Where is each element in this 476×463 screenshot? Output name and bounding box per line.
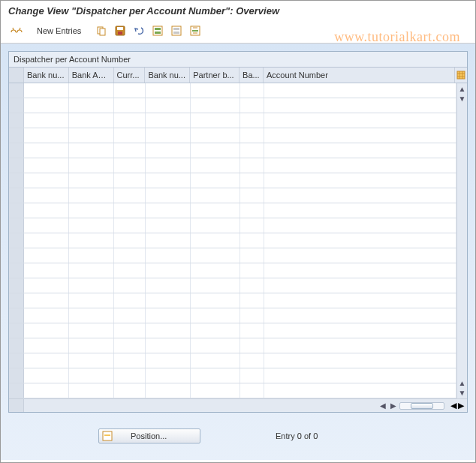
- row-selector[interactable]: [9, 323, 24, 338]
- cell[interactable]: [146, 308, 191, 323]
- cell[interactable]: [191, 308, 240, 323]
- cell[interactable]: [264, 83, 456, 98]
- cell[interactable]: [240, 383, 264, 398]
- cell[interactable]: [114, 308, 146, 323]
- cell[interactable]: [114, 263, 146, 278]
- cell[interactable]: [146, 353, 191, 368]
- cell[interactable]: [69, 113, 114, 128]
- cell[interactable]: [264, 338, 456, 353]
- cell[interactable]: [264, 263, 456, 278]
- cell[interactable]: [24, 128, 69, 143]
- cell[interactable]: [69, 128, 114, 143]
- cell[interactable]: [191, 98, 240, 113]
- row-selector[interactable]: [9, 278, 24, 293]
- table-row[interactable]: [9, 158, 456, 173]
- column-header[interactable]: Account Number: [264, 68, 455, 83]
- cell[interactable]: [240, 338, 264, 353]
- cell[interactable]: [240, 143, 264, 158]
- cell[interactable]: [191, 323, 240, 338]
- cell[interactable]: [24, 308, 69, 323]
- row-selector[interactable]: [9, 143, 24, 158]
- table-row[interactable]: [9, 353, 456, 368]
- cell[interactable]: [146, 128, 191, 143]
- cell[interactable]: [191, 248, 240, 263]
- table-row[interactable]: [9, 278, 456, 293]
- undo-icon[interactable]: [131, 23, 147, 38]
- cell[interactable]: [240, 203, 264, 218]
- cell[interactable]: [191, 338, 240, 353]
- cell[interactable]: [24, 278, 69, 293]
- cell[interactable]: [191, 188, 240, 203]
- cell[interactable]: [114, 248, 146, 263]
- cell[interactable]: [146, 383, 191, 398]
- row-selector[interactable]: [9, 233, 24, 248]
- cell[interactable]: [69, 278, 114, 293]
- cell[interactable]: [240, 353, 264, 368]
- save-icon[interactable]: [112, 23, 128, 38]
- table-settings-icon[interactable]: [455, 68, 467, 83]
- cell[interactable]: [114, 188, 146, 203]
- cell[interactable]: [146, 98, 191, 113]
- cell[interactable]: [114, 293, 146, 308]
- row-selector[interactable]: [9, 338, 24, 353]
- table-row[interactable]: [9, 188, 456, 203]
- row-selector[interactable]: [9, 383, 24, 398]
- cell[interactable]: [191, 173, 240, 188]
- cell[interactable]: [240, 98, 264, 113]
- row-selector[interactable]: [9, 98, 24, 113]
- row-selector[interactable]: [9, 353, 24, 368]
- cell[interactable]: [264, 113, 456, 128]
- table-row[interactable]: [9, 263, 456, 278]
- table-row[interactable]: [9, 98, 456, 113]
- cell[interactable]: [240, 173, 264, 188]
- column-header[interactable]: Bank Acc...: [69, 68, 114, 83]
- row-selector[interactable]: [9, 128, 24, 143]
- glasses-icon[interactable]: [8, 23, 25, 38]
- hscroll-right-group[interactable]: ◀ ▶: [447, 399, 467, 412]
- cell[interactable]: [146, 323, 191, 338]
- cell[interactable]: [69, 203, 114, 218]
- cell[interactable]: [24, 98, 69, 113]
- cell[interactable]: [191, 143, 240, 158]
- cell[interactable]: [146, 338, 191, 353]
- scroll-left-icon[interactable]: ◀: [378, 401, 387, 410]
- scroll-right-icon[interactable]: ▶: [389, 401, 398, 410]
- cell[interactable]: [240, 233, 264, 248]
- cell[interactable]: [114, 278, 146, 293]
- cell[interactable]: [114, 218, 146, 233]
- table-row[interactable]: [9, 143, 456, 158]
- cell[interactable]: [264, 173, 456, 188]
- cell[interactable]: [114, 173, 146, 188]
- table-row[interactable]: [9, 308, 456, 323]
- table-row[interactable]: [9, 323, 456, 338]
- cell[interactable]: [146, 368, 191, 383]
- table-row[interactable]: [9, 128, 456, 143]
- cell[interactable]: [191, 218, 240, 233]
- cell[interactable]: [24, 113, 69, 128]
- cell[interactable]: [191, 263, 240, 278]
- cell[interactable]: [146, 158, 191, 173]
- cell[interactable]: [69, 308, 114, 323]
- table-row[interactable]: [9, 293, 456, 308]
- hscroll-track[interactable]: [399, 402, 444, 410]
- cell[interactable]: [191, 233, 240, 248]
- cell[interactable]: [146, 188, 191, 203]
- cell[interactable]: [24, 188, 69, 203]
- cell[interactable]: [114, 338, 146, 353]
- cell[interactable]: [24, 338, 69, 353]
- cell[interactable]: [264, 278, 456, 293]
- column-header[interactable]: Bank nu...: [24, 68, 69, 83]
- cell[interactable]: [240, 248, 264, 263]
- cell[interactable]: [240, 323, 264, 338]
- cell[interactable]: [264, 188, 456, 203]
- cell[interactable]: [191, 158, 240, 173]
- cell[interactable]: [69, 368, 114, 383]
- cell[interactable]: [240, 278, 264, 293]
- cell[interactable]: [146, 218, 191, 233]
- table-row[interactable]: [9, 383, 456, 398]
- cell[interactable]: [24, 368, 69, 383]
- cell[interactable]: [69, 263, 114, 278]
- cell[interactable]: [146, 248, 191, 263]
- cell[interactable]: [240, 293, 264, 308]
- cell[interactable]: [191, 83, 240, 98]
